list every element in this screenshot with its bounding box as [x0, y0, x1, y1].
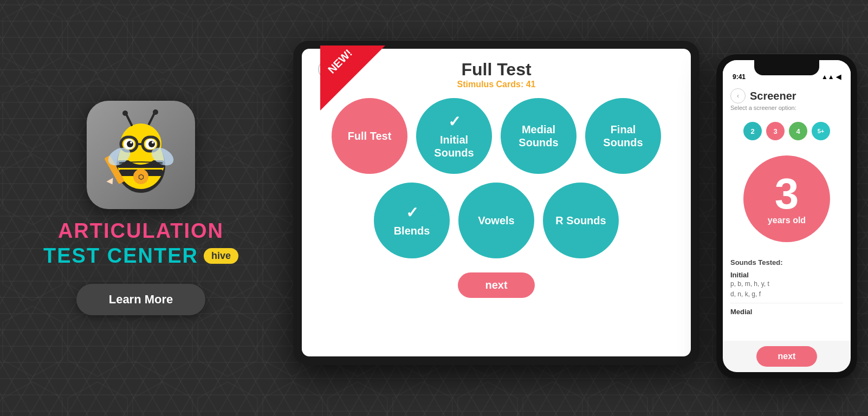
big-age-number: 3	[775, 172, 799, 216]
age-4-label: 4	[796, 127, 800, 135]
vowels-label: Vowels	[478, 214, 514, 227]
big-age-text: years old	[768, 216, 806, 225]
svg-point-14	[127, 141, 133, 147]
circles-row2: ✓ Blends Vowels R Sounds	[331, 183, 662, 258]
r-sounds-label: R Sounds	[555, 214, 606, 227]
phone-back-icon: ‹	[737, 92, 739, 100]
tablet-wrapper: NEW! ‹ Full Test Stimulus Cards: 41	[293, 40, 705, 376]
bee-illustration: ⬡	[95, 109, 187, 201]
circle-vowels[interactable]: Vowels	[458, 183, 534, 258]
medial-category-label: Medial	[730, 308, 843, 316]
subtitle-value: 41	[526, 80, 536, 89]
app-title: ARTICULATION TEST CENTER hive	[43, 220, 238, 268]
circle-medial-sounds[interactable]: MedialSounds	[501, 98, 576, 174]
circle-r-sounds[interactable]: R Sounds	[543, 183, 619, 258]
phone-next-button[interactable]: next	[756, 346, 818, 367]
divider	[730, 303, 843, 303]
circle-initial-sounds[interactable]: ✓ InitialSounds	[416, 98, 492, 174]
title-line1: ARTICULATION	[43, 220, 238, 243]
check-icon-blends: ✓	[406, 204, 418, 222]
age-5plus-label: 5+	[818, 128, 825, 134]
phone-back-button[interactable]: ‹	[730, 88, 746, 103]
phone-notch	[754, 60, 819, 75]
app-icon: ⬡	[87, 101, 195, 209]
initial-sounds-list: p, b, m, h, y, t d, n, k, g, f	[730, 279, 843, 300]
blends-label: Blends	[394, 224, 430, 237]
initial-category-label: Initial	[730, 271, 843, 279]
phone-time: 9:41	[733, 73, 746, 81]
initial-sounds-label: InitialSounds	[434, 133, 474, 159]
phone-header: ‹ Screener Select a screener option:	[723, 84, 851, 118]
tablet-title: Full Test	[461, 60, 531, 80]
tablet-next-button[interactable]: next	[458, 272, 534, 298]
title-line2-wrap: TEST CENTER hive	[43, 244, 238, 268]
new-ribbon-container: NEW!	[320, 46, 385, 110]
big-age-display: 3 years old	[723, 145, 851, 253]
phone-section: 9:41 ▲▲ ◀ ‹ Screener Select a screener o…	[716, 0, 868, 416]
tablet-subtitle: Stimulus Cards: 41	[457, 80, 536, 89]
svg-text:⬡: ⬡	[138, 173, 144, 181]
sounds-tested-title: Sounds Tested:	[730, 258, 843, 266]
svg-point-15	[148, 141, 155, 147]
age-3-label: 3	[773, 127, 777, 135]
svg-point-17	[152, 141, 154, 144]
age-circle-5plus[interactable]: 5+	[812, 122, 830, 140]
phone-icons: ▲▲ ◀	[821, 73, 841, 81]
phone-screen: 9:41 ▲▲ ◀ ‹ Screener Select a screener o…	[723, 60, 851, 372]
subtitle-label: Stimulus Cards:	[457, 80, 524, 89]
learn-more-button[interactable]: Learn More	[76, 284, 206, 315]
age-circle-4[interactable]: 4	[789, 122, 807, 140]
age-circle-3[interactable]: 3	[766, 122, 785, 140]
check-icon-initial: ✓	[448, 113, 461, 131]
big-age-circle: 3 years old	[743, 155, 830, 242]
age-2-label: 2	[750, 127, 754, 135]
phone-screen-subtitle: Select a screener option:	[730, 105, 843, 111]
hive-badge: hive	[204, 248, 238, 264]
medial-sounds-label: MedialSounds	[519, 123, 558, 149]
full-test-label: Full Test	[348, 129, 392, 142]
phone-screen-title: Screener	[750, 90, 796, 102]
sounds-section: Sounds Tested: Initial p, b, m, h, y, t …	[723, 253, 851, 341]
title-line2: TEST CENTER	[43, 244, 198, 268]
svg-marker-19	[106, 178, 115, 186]
phone-nav-row: ‹ Screener	[730, 88, 843, 103]
svg-point-8	[153, 109, 158, 115]
main-container: ⬡ ARTICULATION TEST CENTER hive Learn Mo…	[0, 0, 868, 416]
age-circle-2[interactable]: 2	[743, 122, 762, 140]
age-circles-row: 2 3 4 5+	[723, 118, 851, 145]
svg-point-6	[122, 110, 128, 116]
svg-point-16	[130, 141, 132, 144]
circle-final-sounds[interactable]: FinalSounds	[585, 98, 661, 174]
svg-line-5	[126, 114, 132, 125]
final-sounds-label: FinalSounds	[603, 123, 643, 149]
circle-blends[interactable]: ✓ Blends	[374, 183, 450, 258]
left-section: ⬡ ARTICULATION TEST CENTER hive Learn Mo…	[0, 0, 282, 416]
svg-line-7	[149, 113, 154, 124]
tablet-section: NEW! ‹ Full Test Stimulus Cards: 41	[282, 0, 716, 416]
phone-frame: 9:41 ▲▲ ◀ ‹ Screener Select a screener o…	[716, 54, 857, 379]
